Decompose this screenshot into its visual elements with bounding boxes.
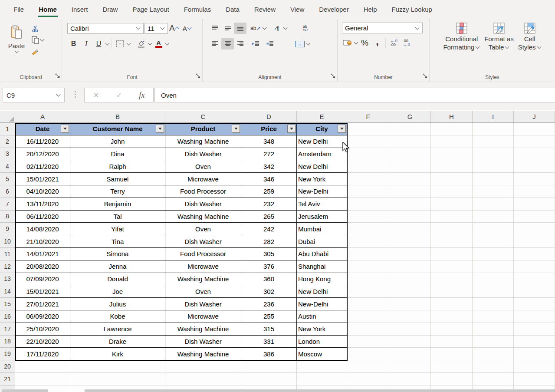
empty-cell[interactable] xyxy=(431,235,473,248)
row-header-14[interactable]: 14 xyxy=(0,285,15,298)
table-cell[interactable]: Dubai xyxy=(297,235,347,248)
empty-cell[interactable] xyxy=(473,248,514,260)
table-cell[interactable]: Moscow xyxy=(297,348,347,360)
empty-cell[interactable] xyxy=(473,336,514,348)
empty-cell[interactable] xyxy=(473,135,514,148)
empty-cell[interactable] xyxy=(389,310,431,323)
font-dialog-launcher[interactable] xyxy=(196,72,200,80)
table-cell[interactable]: Microwave xyxy=(165,260,241,273)
conditional-formatting-button[interactable]: Conditional Formatting xyxy=(443,22,480,51)
table-cell[interactable]: New Delhi xyxy=(297,160,347,173)
empty-cell[interactable] xyxy=(431,198,473,211)
table-cell[interactable]: 360 xyxy=(241,273,297,286)
empty-cell[interactable] xyxy=(347,336,389,348)
column-header-d[interactable]: D xyxy=(241,111,297,123)
empty-cell[interactable] xyxy=(389,148,431,161)
empty-cell[interactable] xyxy=(347,185,389,198)
font-size-select[interactable]: 11 xyxy=(144,23,168,34)
table-cell[interactable]: New-Delhi xyxy=(297,298,347,310)
empty-cell[interactable] xyxy=(431,260,473,273)
table-cell[interactable]: Ralph xyxy=(70,160,165,173)
table-cell[interactable]: 331 xyxy=(241,336,297,348)
table-cell[interactable]: Abu Dhabi xyxy=(297,248,347,260)
empty-cell[interactable] xyxy=(473,223,514,235)
empty-cell[interactable] xyxy=(473,298,514,310)
row-header-12[interactable]: 12 xyxy=(0,260,15,273)
empty-cell[interactable] xyxy=(347,285,389,298)
empty-cell[interactable] xyxy=(473,160,514,173)
empty-cell[interactable] xyxy=(347,310,389,323)
italic-button[interactable]: I xyxy=(80,38,92,49)
merge-center-dropdown-icon[interactable] xyxy=(306,41,311,46)
table-cell[interactable]: 15/01/2021 xyxy=(15,173,70,185)
empty-cell[interactable] xyxy=(473,273,514,286)
empty-cell[interactable] xyxy=(431,160,473,173)
empty-cell[interactable] xyxy=(473,348,514,360)
row-header-19[interactable]: 19 xyxy=(0,348,15,360)
row-header-2[interactable]: 2 xyxy=(0,135,15,148)
empty-cell[interactable] xyxy=(514,235,555,248)
empty-cell[interactable] xyxy=(347,360,389,373)
empty-cell[interactable] xyxy=(347,348,389,360)
tab-file[interactable]: File xyxy=(6,0,31,19)
row-header-6[interactable]: 6 xyxy=(0,185,15,198)
table-cell[interactable]: New Delhi xyxy=(297,135,347,148)
table-cell[interactable]: 242 xyxy=(241,223,297,235)
empty-cell[interactable] xyxy=(514,360,555,373)
table-cell[interactable]: Tal xyxy=(70,211,165,223)
table-cell[interactable]: John xyxy=(70,135,165,148)
table-cell[interactable]: Mumbai xyxy=(297,223,347,235)
table-cell[interactable]: 272 xyxy=(241,148,297,161)
table-cell[interactable]: Yifat xyxy=(70,223,165,235)
empty-cell[interactable] xyxy=(431,348,473,360)
empty-cell[interactable] xyxy=(473,260,514,273)
table-cell[interactable]: Washing Machine xyxy=(165,273,241,286)
empty-cell[interactable] xyxy=(514,260,555,273)
empty-cell[interactable] xyxy=(514,123,555,135)
table-cell[interactable]: Drake xyxy=(70,336,165,348)
empty-cell[interactable] xyxy=(165,360,241,373)
table-cell[interactable]: New-Delhi xyxy=(297,185,347,198)
empty-cell[interactable] xyxy=(473,323,514,336)
text-direction-dropdown-icon[interactable] xyxy=(283,26,288,30)
table-cell[interactable]: 15/01/2021 xyxy=(15,285,70,298)
row-header-3[interactable]: 3 xyxy=(0,148,15,161)
empty-cell[interactable] xyxy=(473,123,514,135)
empty-cell[interactable] xyxy=(389,185,431,198)
table-cell[interactable]: Oven xyxy=(165,160,241,173)
name-box[interactable]: C9 xyxy=(3,88,65,102)
empty-cell[interactable] xyxy=(389,285,431,298)
column-header-g[interactable]: G xyxy=(389,111,431,123)
row-header-1[interactable]: 1 xyxy=(0,123,15,135)
row-header-15[interactable]: 15 xyxy=(0,298,15,310)
table-cell[interactable]: 16/11/2020 xyxy=(15,135,70,148)
table-header-cell[interactable]: City xyxy=(297,123,347,135)
table-cell[interactable]: 282 xyxy=(241,235,297,248)
empty-cell[interactable] xyxy=(473,285,514,298)
empty-cell[interactable] xyxy=(473,185,514,198)
empty-cell[interactable] xyxy=(431,211,473,223)
table-cell[interactable]: 305 xyxy=(241,248,297,260)
cell-styles-button[interactable]: Cell Styles xyxy=(518,22,542,51)
formula-bar-handle[interactable] xyxy=(75,91,76,98)
table-cell[interactable]: 386 xyxy=(241,348,297,360)
empty-cell[interactable] xyxy=(347,223,389,235)
table-cell[interactable]: Shanghai xyxy=(297,260,347,273)
decrease-font-size-button[interactable]: A xyxy=(181,23,194,34)
column-header-a[interactable]: A xyxy=(15,111,70,123)
table-cell[interactable]: 22/10/2020 xyxy=(15,336,70,348)
top-align-button[interactable] xyxy=(209,23,221,34)
empty-cell[interactable] xyxy=(347,323,389,336)
cancel-button[interactable]: ✕ xyxy=(93,91,99,99)
row-header-11[interactable]: 11 xyxy=(0,248,15,260)
row-header-8[interactable]: 8 xyxy=(0,211,15,223)
empty-cell[interactable] xyxy=(389,336,431,348)
table-cell[interactable]: Terry xyxy=(70,185,165,198)
empty-cell[interactable] xyxy=(473,360,514,373)
middle-align-button[interactable] xyxy=(221,23,234,34)
empty-cell[interactable] xyxy=(389,198,431,211)
empty-cell[interactable] xyxy=(15,373,70,385)
tab-fuzzy-lookup[interactable]: Fuzzy Lookup xyxy=(384,0,440,19)
empty-cell[interactable] xyxy=(389,223,431,235)
bold-button[interactable]: B xyxy=(67,38,80,49)
